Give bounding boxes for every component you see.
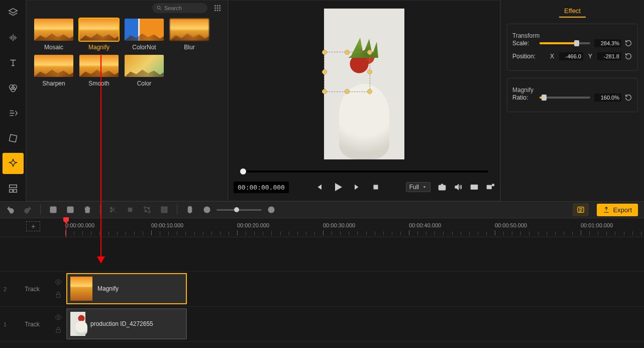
delete-button[interactable]	[83, 205, 92, 214]
transport-bar: 00:00:00.000 Full	[234, 179, 495, 196]
ruler-major: 00:01:00.000	[581, 222, 613, 228]
scale-label: Scale:	[512, 40, 540, 47]
zoom-out-button[interactable]	[202, 205, 211, 214]
reset-ratio-icon[interactable]	[624, 94, 632, 102]
timeline-ruler[interactable]: + 0:00:00.00000:00:10.00000:00:20.00000:…	[0, 218, 644, 237]
tool-sidebar	[0, 0, 26, 201]
launch-media-icon[interactable]	[49, 205, 58, 214]
lock-icon[interactable]	[54, 291, 62, 300]
volume-icon[interactable]	[454, 183, 463, 192]
timecode: 00:00:00.000	[234, 182, 289, 193]
effect-sharpen[interactable]: Sharpen	[33, 55, 75, 87]
ratio-label: Ratio:	[512, 94, 540, 101]
visibility-icon[interactable]	[54, 313, 62, 323]
crop-button[interactable]	[143, 205, 152, 214]
text-icon[interactable]	[3, 52, 24, 73]
position-x-value[interactable]: -466.0	[559, 52, 583, 60]
svg-point-18	[441, 186, 443, 189]
effect-magnify[interactable]: Magnify	[78, 19, 120, 51]
position-label: Position:	[512, 53, 540, 60]
preview-image	[339, 84, 389, 159]
effects-grid: Mosaic Magnify ColorNot Blur Sharpen Smo…	[27, 16, 228, 90]
snapshot-icon[interactable]	[438, 183, 447, 192]
scale-slider[interactable]	[540, 42, 590, 44]
track-label: Track	[25, 286, 40, 293]
svg-rect-27	[165, 207, 167, 209]
svg-rect-21	[492, 184, 494, 186]
add-marker-button[interactable]: +	[26, 221, 40, 231]
svg-rect-4	[9, 190, 12, 193]
marker-button[interactable]	[185, 205, 194, 214]
annotation-arrow	[100, 54, 101, 263]
reset-position-icon[interactable]	[624, 52, 632, 60]
ruler-major: 0:00:00.000	[65, 222, 94, 228]
svg-rect-11	[217, 8, 219, 9]
grid-view-icon[interactable]	[212, 3, 223, 13]
tab-effect[interactable]: Effect	[559, 5, 586, 18]
reset-scale-icon[interactable]	[624, 39, 632, 47]
add-media-icon[interactable]	[66, 205, 75, 214]
svg-rect-8	[217, 5, 219, 7]
cut-button[interactable]	[126, 205, 135, 214]
ruler-major: 00:00:30.000	[323, 222, 355, 228]
filters-icon[interactable]	[3, 77, 24, 99]
preview-scale-select[interactable]: Full	[406, 182, 431, 192]
detach-icon[interactable]	[486, 183, 495, 192]
zoom-in-button[interactable]	[267, 205, 276, 214]
visibility-icon[interactable]	[54, 278, 62, 288]
layout-button[interactable]	[160, 205, 169, 214]
effects-panel: Search Mosaic Magnify ColorNot Blur Shar…	[26, 0, 228, 201]
effect-colornot[interactable]: ColorNot	[123, 19, 165, 51]
layers-icon[interactable]	[3, 2, 24, 23]
prev-frame-button[interactable]	[314, 183, 323, 192]
scale-value[interactable]: 284.3%	[594, 39, 621, 47]
effect-smooth[interactable]: Smooth	[78, 55, 120, 87]
redo-button[interactable]	[23, 205, 32, 214]
split-button[interactable]	[109, 205, 118, 214]
svg-rect-5	[13, 190, 16, 193]
clip-thumbnail	[70, 277, 92, 301]
stop-button[interactable]	[371, 183, 380, 192]
export-button[interactable]: Export	[597, 204, 638, 216]
search-placeholder: Search	[164, 5, 182, 11]
track-2: 2 Track Magnify	[0, 272, 644, 307]
svg-rect-28	[165, 210, 167, 213]
position-y-value[interactable]: -281.8	[597, 52, 621, 60]
zoom-slider[interactable]	[217, 209, 262, 211]
effect-blur[interactable]: Blur	[168, 19, 210, 51]
magnify-title: Magnify	[512, 86, 632, 94]
next-frame-button[interactable]	[353, 183, 362, 192]
effect-color[interactable]: Color	[123, 55, 165, 87]
audio-icon[interactable]	[3, 27, 24, 48]
magnify-region[interactable]	[324, 52, 370, 92]
svg-rect-35	[56, 329, 60, 332]
render-settings-button[interactable]	[573, 203, 589, 216]
lock-icon[interactable]	[54, 326, 62, 335]
templates-icon[interactable]	[3, 178, 24, 199]
svg-rect-20	[487, 185, 491, 189]
preview-canvas[interactable]	[231, 4, 497, 164]
transform-icon[interactable]	[3, 128, 24, 149]
svg-rect-10	[214, 8, 216, 9]
aspect-icon[interactable]	[470, 183, 479, 192]
effect-mosaic[interactable]: Mosaic	[33, 19, 75, 51]
svg-point-32	[57, 281, 59, 283]
undo-button[interactable]	[6, 205, 15, 214]
svg-rect-15	[219, 10, 221, 11]
play-button[interactable]	[332, 181, 344, 193]
ratio-slider[interactable]	[540, 97, 590, 99]
svg-point-34	[57, 316, 59, 318]
clip-magnify[interactable]: Magnify	[66, 273, 187, 304]
timeline-toolbar: Export	[0, 201, 644, 218]
timeline-tracks: 2 Track Magnify 1 Track pro	[0, 237, 644, 348]
svg-rect-33	[56, 294, 60, 297]
track-label: Track	[25, 321, 40, 328]
clip-video[interactable]: production ID_4272655	[66, 308, 187, 339]
ratio-value[interactable]: 160.0%	[594, 94, 621, 102]
effects-icon[interactable]	[3, 153, 24, 174]
search-input[interactable]: Search	[152, 3, 207, 13]
ruler-major: 00:00:10.000	[151, 222, 183, 228]
preview-scrubber[interactable]	[240, 170, 488, 172]
svg-rect-12	[219, 8, 221, 9]
transitions-icon[interactable]	[3, 103, 24, 124]
